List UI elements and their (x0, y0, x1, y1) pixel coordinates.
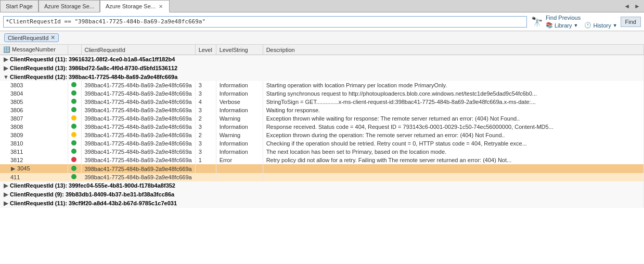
filter-input[interactable] (3, 16, 527, 28)
library-chevron: ▼ (574, 23, 578, 28)
cell-crid: 398bac41-7725-484b-8a69-2a9e48fc669a (81, 148, 195, 156)
table-header-row: 🔢 MessageNumber ClientRequestId Level Le… (0, 45, 644, 55)
cell-level: 3 (195, 106, 216, 114)
history-link[interactable]: 🕐 History ▼ (584, 22, 617, 29)
cell-description: Exception thrown during the operation: T… (263, 131, 643, 139)
table-row[interactable]: ▶ ClientRequestId (9): 39b83db1-8409-4b3… (0, 190, 644, 199)
find-previous-label: Find Previous (546, 15, 581, 21)
table-row[interactable]: 3806 398bac41-7725-484b-8a69-2a9e48fc669… (0, 106, 644, 114)
find-button-label: Find (625, 19, 636, 25)
collapse-icon[interactable]: ▼ (3, 74, 8, 80)
table-body: ▶ ClientRequestId (11): 39616321-08f2-4c… (0, 55, 644, 208)
tab-azure2-label: Azure Storage Se... (106, 3, 156, 9)
library-link[interactable]: 📚 Library ▼ (546, 22, 578, 29)
expand-icon[interactable]: ▶ (3, 191, 8, 198)
level-dot-icon (71, 82, 76, 87)
col-msgnumber-icon: 🔢 (3, 46, 10, 52)
cell-level (195, 164, 216, 173)
table-row[interactable]: 3812 398bac41-7725-484b-8a69-2a9e48fc669… (0, 156, 644, 164)
table-row[interactable]: 3804 398bac41-7725-484b-8a69-2a9e48fc669… (0, 89, 644, 98)
filter-chips: ClientRequestId ✕ (0, 31, 644, 45)
cell-level: 1 (195, 156, 216, 164)
main-table: 🔢 MessageNumber ClientRequestId Level Le… (0, 45, 644, 208)
find-button[interactable]: Find (621, 17, 641, 27)
table-row[interactable]: 3803 398bac41-7725-484b-8a69-2a9e48fc669… (0, 81, 644, 89)
table-row[interactable]: ▶ 3045 398bac41-7725-484b-8a69-2a9e48fc6… (0, 164, 644, 173)
expand-row-icon[interactable]: ▶ (10, 165, 16, 172)
cell-msgnumber: 3810 (0, 139, 68, 148)
tab-azure1[interactable]: Azure Storage Se... (38, 0, 100, 12)
cell-crid: 398bac41-7725-484b-8a69-2a9e48fc669a (81, 131, 195, 139)
col-header-msgnumber[interactable]: 🔢 MessageNumber (0, 45, 68, 55)
col-header-description[interactable]: Description (263, 45, 643, 55)
cell-description (263, 164, 643, 173)
level-dot-icon (71, 140, 76, 146)
table-row[interactable]: ▶ ClientRequestId (13): 399fec04-555e-4b… (0, 181, 644, 190)
cell-crid: 398bac41-7725-484b-8a69-2a9e48fc669a (81, 89, 195, 98)
cell-levelstring: Information (216, 123, 263, 131)
expand-icon[interactable]: ▶ (3, 56, 8, 63)
col-levelstring-label: LevelString (220, 47, 248, 53)
cell-level (195, 173, 216, 181)
cell-levelstring (216, 164, 263, 173)
chip-close[interactable]: ✕ (50, 34, 55, 41)
expand-icon[interactable]: ▶ (3, 65, 8, 72)
tab-azure2[interactable]: Azure Storage Se... ✕ (100, 0, 170, 12)
cell-dot (68, 106, 81, 114)
cell-dot (68, 81, 81, 89)
cell-crid: 398bac41-7725-484b-8a69-2a9e48fc669a (81, 156, 195, 164)
cell-levelstring: Information (216, 81, 263, 89)
cell-dot (68, 114, 81, 123)
table-row[interactable]: 411 398bac41-7725-484b-8a69-2a9e48fc669a (0, 173, 644, 181)
table-container[interactable]: 🔢 MessageNumber ClientRequestId Level Le… (0, 45, 644, 264)
cell-levelstring: Information (216, 148, 263, 156)
expand-icon[interactable]: ▶ (3, 182, 8, 189)
group-row-label: ▼ ClientRequestId (12): 398bac41-7725-48… (0, 73, 644, 81)
cell-crid: 398bac41-7725-484b-8a69-2a9e48fc669a (81, 106, 195, 114)
tab-next-button[interactable]: ► (633, 2, 642, 10)
tab-bar: Start Page Azure Storage Se... Azure Sto… (0, 0, 644, 12)
table-row[interactable]: ▶ ClientRequestId (11): 39616321-08f2-4c… (0, 55, 644, 64)
cell-description: Starting synchronous request to http://p… (263, 89, 643, 98)
tab-prev-button[interactable]: ◄ (622, 2, 632, 10)
table-row[interactable]: ▶ ClientRequestId (11): 39cf9f20-a8d4-43… (0, 199, 644, 208)
tab-nav: ◄ ► (620, 0, 644, 12)
col-header-levelstring[interactable]: LevelString (216, 45, 263, 55)
cell-levelstring: Information (216, 89, 263, 98)
table-row[interactable]: ▶ ClientRequestId (13): 3986bd72-5a8c-4f… (0, 64, 644, 73)
table-row[interactable]: 3805 398bac41-7725-484b-8a69-2a9e48fc669… (0, 98, 644, 106)
group-row-label: ▶ ClientRequestId (11): 39616321-08f2-4c… (0, 55, 644, 64)
find-previous-link[interactable]: Find Previous (546, 15, 617, 21)
cell-description: Starting operation with location Primary… (263, 81, 643, 89)
level-dot-icon (71, 99, 76, 104)
table-row[interactable]: 3811 398bac41-7725-484b-8a69-2a9e48fc669… (0, 148, 644, 156)
table-row[interactable]: 3808 398bac41-7725-484b-8a69-2a9e48fc669… (0, 123, 644, 131)
group-row-label: ▶ ClientRequestId (11): 39cf9f20-a8d4-43… (0, 199, 644, 208)
toolbar-right: 🔭 Find Previous 📚 Library ▼ 🕐 History ▼ … (531, 15, 641, 29)
cell-description: Response received. Status code = 404, Re… (263, 123, 643, 131)
col-description-label: Description (266, 47, 295, 53)
cell-levelstring: Error (216, 156, 263, 164)
expand-icon[interactable]: ▶ (3, 200, 8, 207)
cell-msgnumber: 411 (0, 173, 68, 181)
table-row[interactable]: 3810 398bac41-7725-484b-8a69-2a9e48fc669… (0, 139, 644, 148)
toolbar: 🔭 Find Previous 📚 Library ▼ 🕐 History ▼ … (0, 12, 644, 31)
cell-crid: 398bac41-7725-484b-8a69-2a9e48fc669a (81, 173, 195, 181)
tab-azure1-label: Azure Storage Se... (44, 3, 94, 9)
tab-start[interactable]: Start Page (0, 0, 38, 12)
find-section: 🔭 Find Previous 📚 Library ▼ 🕐 History ▼ … (531, 15, 641, 29)
cell-crid: 398bac41-7725-484b-8a69-2a9e48fc669a (81, 139, 195, 148)
cell-levelstring: Warning (216, 131, 263, 139)
col-header-crid[interactable]: ClientRequestId (81, 45, 195, 55)
table-row[interactable]: 3807 398bac41-7725-484b-8a69-2a9e48fc669… (0, 114, 644, 123)
table-row[interactable]: ▼ ClientRequestId (12): 398bac41-7725-48… (0, 73, 644, 81)
cell-level: 2 (195, 114, 216, 123)
col-level-label: Level (199, 47, 212, 53)
col-header-level[interactable]: Level (195, 45, 216, 55)
col-header-icon (68, 45, 81, 55)
cell-dot (68, 98, 81, 106)
level-dot-icon (71, 90, 76, 96)
level-dot-icon (71, 166, 76, 171)
tab-azure2-close[interactable]: ✕ (158, 4, 164, 9)
table-row[interactable]: 3809 398bac41-7725-484b-8a69-2a9e48fc669… (0, 131, 644, 139)
